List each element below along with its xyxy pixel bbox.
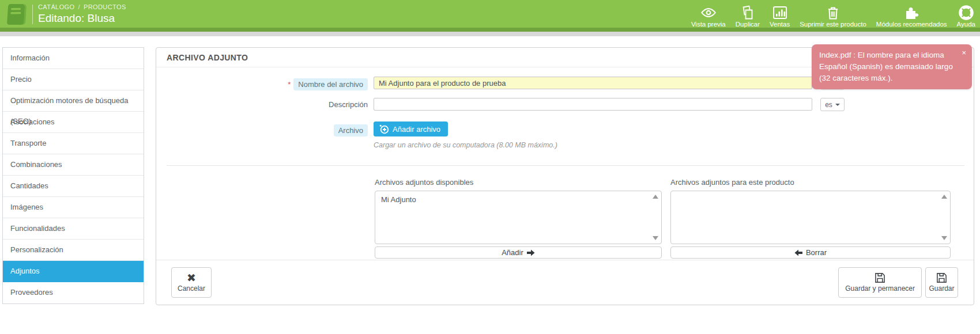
sales-label: Ventas [770, 21, 790, 28]
add-file-button-label: Añadir archivo [393, 125, 440, 134]
plus-circle-icon [379, 124, 389, 134]
file-name-input[interactable] [374, 77, 812, 89]
puzzle-icon [904, 5, 919, 20]
footer-divider [156, 260, 974, 260]
header-actions: Vista previa Duplicar Ventas Suprimir es… [691, 2, 975, 28]
header-shadow-strip [0, 32, 980, 36]
tab-proveedores[interactable]: Proveedores [3, 282, 144, 303]
tab-transporte[interactable]: Transporte [3, 133, 144, 154]
list-item[interactable]: Mi Adjunto [375, 191, 661, 208]
chevron-down-icon [835, 104, 840, 106]
scroll-down-icon[interactable] [941, 236, 947, 240]
file-name-label: Nombre del archivo [293, 78, 368, 90]
cancel-x-icon: ✖ [187, 272, 196, 283]
tab-precio[interactable]: Precio [3, 69, 144, 90]
save-button-label: Guardar [929, 284, 954, 293]
breadcrumb-page[interactable]: PRODUCTOS [84, 3, 126, 10]
product-attachments-label: Archivos adjuntos para este producto [670, 178, 794, 187]
recommended-modules-label: Módulos recomendados [876, 21, 947, 28]
cancel-button[interactable]: ✖ Cancelar [171, 267, 212, 298]
product-attachments-list[interactable] [670, 191, 951, 244]
scroll-down-icon[interactable] [653, 236, 658, 240]
save-icon [936, 272, 947, 283]
description-language-dropdown[interactable]: es [820, 98, 845, 111]
delete-product-button[interactable]: Suprimir este producto [800, 5, 866, 28]
scroll-up-icon[interactable] [653, 195, 658, 199]
trash-icon [827, 5, 839, 20]
bar-chart-icon [772, 5, 787, 20]
tab-asociaciones[interactable]: Asociaciones [3, 112, 144, 133]
tab-combinaciones[interactable]: Combinaciones [3, 154, 144, 176]
help-button[interactable]: Ayuda [957, 5, 975, 28]
add-attachment-button[interactable]: Añadir [375, 246, 662, 259]
eye-icon [700, 5, 717, 20]
catalog-book-icon [5, 3, 29, 26]
tab-adjuntos[interactable]: Adjuntos [3, 261, 144, 282]
preview-button[interactable]: Vista previa [691, 5, 726, 28]
scroll-up-icon[interactable] [941, 195, 947, 199]
product-tabs-sidebar: Información Precio Optimización motores … [2, 47, 144, 304]
close-icon[interactable]: × [962, 49, 966, 57]
add-file-button[interactable]: Añadir archivo [374, 122, 448, 136]
section-divider [167, 165, 964, 166]
description-language-value: es [825, 101, 832, 109]
delete-product-label: Suprimir este producto [800, 21, 866, 28]
save-and-stay-button-label: Guardar y permanecer [845, 284, 915, 293]
breadcrumb-section[interactable]: CATÁLOGO [38, 3, 75, 10]
tab-seo[interactable]: Optimización motores de búsqueda (SEO) [3, 90, 144, 112]
file-name-label-wrap: *Nombre del archivo [156, 78, 368, 90]
life-ring-icon [959, 5, 974, 20]
sales-button[interactable]: Ventas [770, 5, 790, 28]
available-attachments-label: Archivos adjuntos disponibles [375, 178, 473, 187]
tab-imagenes[interactable]: Imágenes [3, 197, 144, 218]
remove-attachment-button[interactable]: Borrar [670, 246, 951, 259]
file-label-wrap: Archivo [156, 124, 368, 136]
error-toast-message: Index.pdf : El nombre para el idioma Esp… [819, 51, 953, 82]
arrow-left-icon [794, 249, 802, 256]
save-icon [875, 272, 885, 283]
tab-funcionalidades[interactable]: Funcionalidades [3, 218, 144, 240]
description-input[interactable] [374, 98, 812, 111]
save-button[interactable]: Guardar [925, 267, 958, 298]
header-divider [32, 5, 33, 24]
tab-personalizacion[interactable]: Personalización [3, 240, 144, 261]
arrow-right-icon [527, 249, 535, 256]
error-toast: Index.pdf : El nombre para el idioma Esp… [812, 44, 972, 89]
help-label: Ayuda [957, 21, 975, 28]
tab-cantidades[interactable]: Cantidades [3, 176, 144, 197]
page-title: Editando: Blusa [38, 12, 115, 25]
available-attachments-list[interactable]: Mi Adjunto [375, 191, 662, 244]
remove-attachment-button-label: Borrar [806, 248, 827, 257]
description-label: Descripción [156, 100, 368, 109]
preview-label: Vista previa [691, 21, 726, 28]
header-accent-strip [0, 28, 980, 32]
page-header: CATÁLOGO/PRODUCTOS Editando: Blusa Vista… [0, 0, 980, 28]
breadcrumb-separator: / [78, 3, 80, 10]
file-label: Archivo [334, 124, 368, 136]
recommended-modules-button[interactable]: Módulos recomendados [876, 5, 947, 28]
required-asterisk: * [288, 80, 291, 89]
add-attachment-button-label: Añadir [502, 248, 523, 257]
duplicate-label: Duplicar [736, 21, 760, 28]
breadcrumb: CATÁLOGO/PRODUCTOS [38, 3, 126, 10]
save-and-stay-button[interactable]: Guardar y permanecer [838, 267, 922, 298]
cancel-button-label: Cancelar [178, 284, 205, 293]
duplicate-button[interactable]: Duplicar [736, 5, 760, 28]
file-help-text: Cargar un archivo de su computadora (8.0… [374, 141, 557, 149]
tab-informacion[interactable]: Información [3, 48, 144, 69]
duplicate-icon [741, 5, 755, 20]
